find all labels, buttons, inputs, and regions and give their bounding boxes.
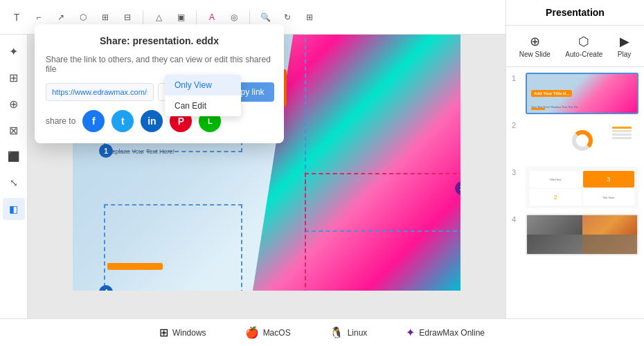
new-slide-button[interactable]: ⊕ New Slide xyxy=(514,31,556,61)
toolbar-text-btn[interactable]: T xyxy=(7,8,26,27)
linux-icon: 🐧 xyxy=(330,326,343,339)
sidebar-grid-btn[interactable]: ⊞ xyxy=(3,66,25,89)
thumb-1-title: Add Your Title H... xyxy=(531,90,572,97)
thumb-4-img3 xyxy=(527,235,582,254)
linux-item[interactable]: 🐧 Linux xyxy=(324,323,373,342)
macos-label: MacOS xyxy=(263,328,291,338)
share-dialog: Share: presentation. eddx Share the link… xyxy=(35,24,284,143)
share-dialog-description: Share the link to others, and they can v… xyxy=(46,55,273,74)
thumb-3-cell-3: 2 xyxy=(530,189,582,206)
slide-blob xyxy=(253,28,460,291)
macos-icon: 🍎 xyxy=(245,326,259,339)
new-slide-label: New Slide xyxy=(519,51,551,58)
sidebar-pointer-btn[interactable]: ✦ xyxy=(3,40,25,62)
toolbar-layout-btn[interactable]: ⊞ xyxy=(300,8,319,27)
play-icon: ▶ xyxy=(620,34,629,49)
slide-item-4[interactable]: 4 xyxy=(512,214,638,255)
linkedin-share-button[interactable]: in xyxy=(141,110,163,132)
thumb-3-cell-4: Title Here xyxy=(583,189,635,206)
thumb-1-bar xyxy=(531,108,545,110)
slides-list: 1 Add Your Title H... Your Text Here! Re… xyxy=(506,67,644,318)
sidebar-image-btn[interactable]: ⊕ xyxy=(3,93,25,115)
facebook-share-button[interactable]: f xyxy=(82,110,105,132)
toolbar-divider-2 xyxy=(196,10,197,24)
permission-dropdown: Only View Can Edit xyxy=(165,75,241,116)
panel-actions: ⊕ New Slide ⬡ Auto-Create ▶ Play xyxy=(506,26,644,67)
slide-thumbnail-2 xyxy=(526,120,638,161)
slide-number-1: 1 xyxy=(512,73,521,82)
slide-thumbnail-1: Add Your Title H... Your Text Here! Repl… xyxy=(526,73,638,114)
new-slide-icon: ⊕ xyxy=(530,34,540,49)
badge-1: 1 xyxy=(99,144,113,158)
thumb-3-cell-2: 3 xyxy=(583,171,635,188)
windows-label: Windows xyxy=(172,328,206,338)
thumb-2-arc xyxy=(572,130,593,151)
windows-item[interactable]: ⊞ Windows xyxy=(154,323,212,342)
windows-icon: ⊞ xyxy=(159,326,168,339)
selection-box-4 xyxy=(104,204,242,291)
sidebar-expand-btn[interactable]: ⤡ xyxy=(3,172,25,194)
share-dialog-title: Share: presentation. eddx xyxy=(46,35,273,46)
slide-body-line-2: Replace Your Text Here! xyxy=(107,147,243,157)
slide-bottom-bar xyxy=(107,263,163,270)
toolbar-divider xyxy=(143,10,143,24)
slide-item-1[interactable]: 1 Add Your Title H... Your Text Here! Re… xyxy=(512,73,638,114)
play-button[interactable]: ▶ Play xyxy=(612,31,636,61)
left-sidebar: ✦ ⊞ ⊕ ⊠ ⬛ ⤡ ◧ xyxy=(0,35,28,318)
right-panel: Presentation ⊕ New Slide ⬡ Auto-Create ▶… xyxy=(506,0,644,318)
thumb-2-lines xyxy=(612,127,632,140)
toolbar-refresh-btn[interactable]: ↻ xyxy=(278,8,297,27)
slide-thumbnail-3: Title Here 3 2 Title Here xyxy=(526,167,638,208)
slide-number-4: 4 xyxy=(512,214,521,224)
dropdown-item-can-edit[interactable]: Can Edit xyxy=(165,95,241,116)
auto-create-button[interactable]: ⬡ Auto-Create xyxy=(560,31,608,61)
share-link-input[interactable] xyxy=(46,83,154,101)
edrawmax-online-item[interactable]: ✦ EdrawMax Online xyxy=(400,323,490,342)
edrawmax-label: EdrawMax Online xyxy=(419,328,485,338)
linux-label: Linux xyxy=(348,328,368,338)
slide-item-2[interactable]: 2 xyxy=(512,120,638,161)
thumb-4-img2 xyxy=(582,215,638,235)
macos-item[interactable]: 🍎 MacOS xyxy=(240,323,296,342)
slide-number-3: 3 xyxy=(512,167,521,176)
thumb-3-cell-1: Title Here xyxy=(530,171,582,188)
sidebar-table-btn[interactable]: ⊠ xyxy=(3,119,25,141)
dropdown-item-only-view[interactable]: Only View xyxy=(165,75,241,95)
twitter-share-button[interactable]: t xyxy=(111,110,134,132)
play-label: Play xyxy=(618,51,631,58)
badge-4: 4 xyxy=(99,285,113,291)
slide-item-3[interactable]: 3 Title Here 3 2 Title Here xyxy=(512,167,638,208)
auto-create-label: Auto-Create xyxy=(565,51,602,58)
toolbar-divider-3 xyxy=(249,10,250,24)
slide-thumbnail-4 xyxy=(526,214,638,255)
share-to-label: share to xyxy=(46,116,75,126)
edrawmax-icon: ✦ xyxy=(406,326,415,339)
thumb-4-img1 xyxy=(527,215,582,235)
bottom-bar: ⊞ Windows 🍎 MacOS 🐧 Linux ✦ EdrawMax Onl… xyxy=(0,318,644,346)
auto-create-icon: ⬡ xyxy=(578,34,589,49)
right-panel-title: Presentation xyxy=(506,0,644,26)
slide-number-2: 2 xyxy=(512,120,521,129)
thumb-4-img4 xyxy=(582,235,638,254)
sidebar-panel-btn[interactable]: ◧ xyxy=(3,198,25,220)
sidebar-shape-btn[interactable]: ⬛ xyxy=(3,145,25,167)
